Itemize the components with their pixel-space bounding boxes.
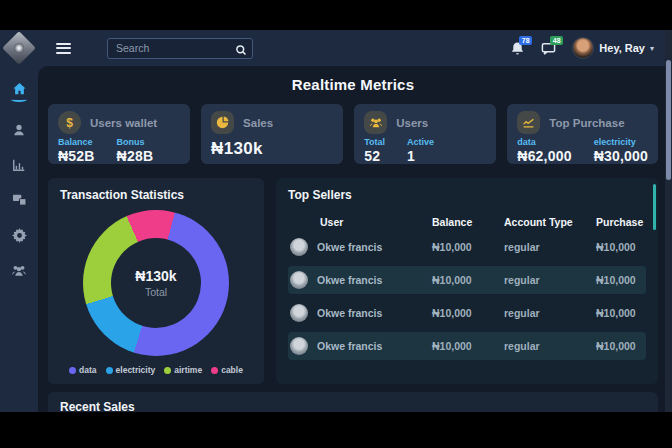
- field-label: data: [517, 137, 571, 147]
- row-avatar: [290, 271, 308, 289]
- dashboard-app: 78 48 Hey, Ray ▾: [0, 30, 672, 412]
- sidebar-item-profile[interactable]: [12, 123, 26, 137]
- page-scrollbar[interactable]: [665, 30, 672, 412]
- panel-title: Transaction Statistics: [60, 188, 252, 202]
- table-row[interactable]: Okwe francis ₦10,000 regular ₦10,000: [288, 299, 646, 327]
- seller-account-type: regular: [504, 274, 596, 286]
- field-value: 52: [364, 148, 385, 164]
- row-avatar: [290, 238, 308, 256]
- topbar-right: 78 48 Hey, Ray ▾: [510, 37, 672, 59]
- home-icon: [12, 82, 27, 96]
- stat-cards-row: $ Users wallet Balance ₦52B Bonus ₦28B: [48, 104, 658, 164]
- sidebar-item-analytics[interactable]: [12, 158, 26, 172]
- donut-center: ₦130k Total: [111, 238, 201, 328]
- search-container: [107, 38, 253, 59]
- column-header-purchase: Purchase: [596, 216, 644, 228]
- sidebar-item-settings[interactable]: [12, 228, 27, 243]
- user-menu[interactable]: Hey, Ray ▾: [572, 37, 654, 59]
- sidebar-item-devices[interactable]: [12, 193, 27, 207]
- legend-item-electricity[interactable]: electricity: [106, 365, 156, 375]
- field-label: Total: [364, 137, 385, 147]
- panel-title: Recent Sales: [60, 400, 646, 412]
- card-label: Sales: [243, 117, 273, 129]
- sidebar-nav: [0, 66, 38, 412]
- card-label: Users: [396, 117, 428, 129]
- trend-chart-icon: [517, 111, 540, 134]
- search-input[interactable]: [107, 38, 253, 59]
- seller-balance: ₦10,000: [432, 307, 504, 319]
- legend-item-data[interactable]: data: [69, 365, 96, 375]
- devices-icon: [12, 193, 27, 207]
- field-value: ₦30,000: [594, 148, 648, 164]
- notifications-bell-icon[interactable]: 78: [510, 41, 525, 56]
- gear-icon: [12, 228, 27, 243]
- user-greeting: Hey, Ray: [599, 42, 645, 54]
- field-label: electricity: [594, 137, 648, 147]
- legend-label: cable: [221, 365, 243, 375]
- donut-chart[interactable]: ₦130k Total: [83, 210, 229, 356]
- screen: 78 48 Hey, Ray ▾: [0, 0, 672, 448]
- seller-balance: ₦10,000: [432, 274, 504, 286]
- seller-balance: ₦10,000: [432, 241, 504, 253]
- seller-name: Okwe francis: [317, 307, 382, 319]
- search-icon[interactable]: [235, 42, 247, 60]
- top-bar: 78 48 Hey, Ray ▾: [0, 30, 672, 66]
- bar-chart-icon: [12, 158, 26, 172]
- table-row[interactable]: Okwe francis ₦10,000 regular ₦10,000: [288, 332, 646, 360]
- legend-dot: [164, 367, 171, 374]
- main-content: Realtime Metrics $ Users wallet Balance …: [38, 66, 672, 412]
- legend-item-cable[interactable]: cable: [211, 365, 243, 375]
- person-icon: [12, 123, 26, 137]
- seller-name: Okwe francis: [317, 274, 382, 286]
- card-sales[interactable]: Sales ₦130k: [201, 104, 343, 164]
- seller-account-type: regular: [504, 241, 596, 253]
- field-label: Bonus: [117, 137, 154, 147]
- legend-dot: [69, 367, 76, 374]
- legend-label: electricity: [116, 365, 156, 375]
- page-title: Realtime Metrics: [48, 76, 658, 93]
- transaction-statistics-panel: Transaction Statistics ₦130k Total: [48, 178, 264, 384]
- legend-item-airtime[interactable]: airtime: [164, 365, 202, 375]
- card-top-purchase[interactable]: Top Purchase data ₦62,000 electricity ₦3…: [507, 104, 658, 164]
- legend-label: data: [79, 365, 96, 375]
- seller-purchase: ₦10,000: [596, 241, 644, 253]
- legend-label: airtime: [174, 365, 202, 375]
- seller-purchase: ₦10,000: [596, 307, 644, 319]
- field-label: Balance: [58, 137, 95, 147]
- seller-account-type: regular: [504, 340, 596, 352]
- legend-dot: [211, 367, 218, 374]
- logo-container[interactable]: [0, 30, 38, 66]
- field-value: ₦62,000: [517, 148, 571, 164]
- top-sellers-panel: Top Sellers User Balance Account Type Pu…: [276, 178, 658, 384]
- seller-purchase: ₦10,000: [596, 274, 644, 286]
- messages-icon[interactable]: 48: [541, 41, 556, 56]
- donut-total-value: ₦130k: [135, 268, 176, 284]
- seller-name: Okwe francis: [317, 340, 382, 352]
- seller-purchase: ₦10,000: [596, 340, 644, 352]
- field-value: ₦28B: [117, 148, 154, 164]
- menu-hamburger-icon[interactable]: [56, 40, 71, 56]
- chart-legend: data electricity airtime: [60, 365, 252, 375]
- seller-balance: ₦10,000: [432, 340, 504, 352]
- sales-value: ₦130k: [211, 139, 333, 159]
- page-scrollbar-thumb[interactable]: [666, 60, 671, 180]
- recent-sales-panel: Recent Sales: [48, 392, 658, 412]
- pie-icon: [211, 111, 234, 134]
- panel-title: Top Sellers: [288, 188, 646, 202]
- user-avatar: [572, 37, 594, 59]
- seller-name: Okwe francis: [317, 241, 382, 253]
- card-users[interactable]: Users Total 52 Active 1: [354, 104, 496, 164]
- table-row[interactable]: Okwe francis ₦10,000 regular ₦10,000: [288, 233, 646, 261]
- field-label: Active: [407, 137, 434, 147]
- chevron-down-icon: ▾: [650, 44, 654, 53]
- card-label: Top Purchase: [549, 117, 624, 129]
- row-avatar: [290, 304, 308, 322]
- panel-scrollbar[interactable]: [653, 184, 656, 230]
- sidebar-item-team[interactable]: [11, 264, 27, 277]
- donut-total-label: Total: [145, 286, 167, 298]
- sidebar-item-home[interactable]: [11, 82, 27, 102]
- row-avatar: [290, 337, 308, 355]
- table-row[interactable]: Okwe francis ₦10,000 regular ₦10,000: [288, 266, 646, 294]
- app-logo: [2, 31, 36, 65]
- card-users-wallet[interactable]: $ Users wallet Balance ₦52B Bonus ₦28B: [48, 104, 190, 164]
